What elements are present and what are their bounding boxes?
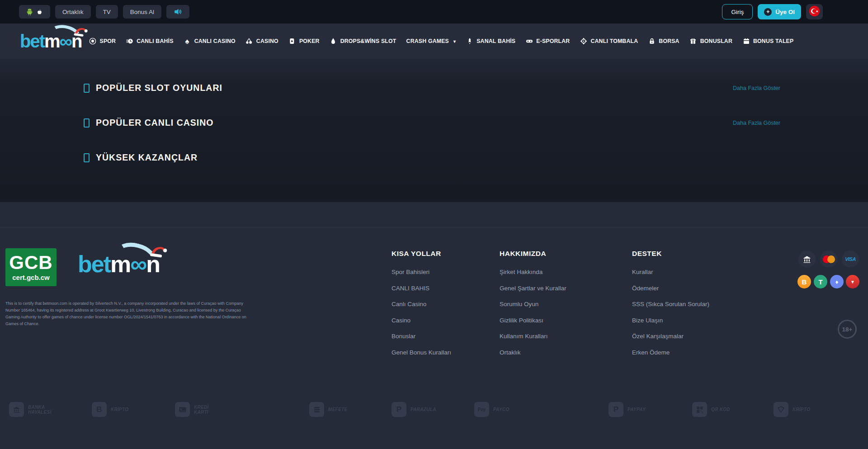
footer-column-hakkimizda: HAKKIMIZDA Şirket Hakkında Genel Şartlar… [500, 250, 566, 360]
footer-column-title: HAKKIMIZDA [500, 250, 566, 258]
topbar-right-group: Giriş + Üye Ol [722, 4, 868, 19]
footer-column-kisa-yollar: KISA YOLLAR Spor Bahisleri CANLI BAHIS C… [392, 250, 451, 360]
nav-item-canli-tombala[interactable]: CANLI TOMBALA [580, 38, 638, 45]
nav-item-drops-wins-slot[interactable]: DROPS&WİNS SLOT [330, 38, 396, 45]
footer-link-kurallar[interactable]: Kurallar [632, 264, 709, 280]
android-icon [26, 8, 33, 16]
section-title: POPÜLER SLOT OYUNLARI [96, 83, 222, 93]
payment-method-kredi-karti[interactable]: KREDİ KARTI [175, 402, 222, 417]
footer-link-genel-bonus-kurallari[interactable]: Genel Bonus Kuralları [392, 345, 451, 361]
tron-glyph: ▼ [850, 279, 855, 284]
nav-item-casino[interactable]: CASINO [245, 38, 278, 45]
payment-method-mefete[interactable]: MEFETE [309, 402, 347, 417]
nav-item-e-sporlar[interactable]: E-SPORLAR [525, 38, 570, 45]
footer: GCB cert.gcb.cw betm∞n This is to certif… [0, 202, 868, 449]
paypay-icon: P [609, 402, 623, 417]
nav-menu: SPOR CANLI BAHİS ♠ CANLI CASINO CASINO P… [89, 38, 794, 45]
nav-item-sanal-bahis[interactable]: SANAL BAHİS [466, 38, 515, 45]
poker-card-icon [288, 38, 296, 45]
main-content: POPÜLER SLOT OYUNLARI Daha Fazla Göster … [0, 59, 868, 202]
credit-card-icon [175, 402, 190, 417]
gcb-title: GCB [9, 253, 52, 272]
visa-label: VISA [845, 256, 856, 262]
footer-link-gizlilik-politikasi[interactable]: Gizlilik Politikası [500, 312, 566, 329]
soccer-icon [89, 38, 97, 45]
nav-item-canli-bahis[interactable]: CANLI BAHİS [126, 38, 173, 45]
logo-text-bet: bet [20, 31, 44, 51]
gift-icon [689, 38, 697, 45]
section-bullet-icon [84, 118, 90, 128]
footer-link-ozel-karsilasmalar[interactable]: Özel Karşılaşmalar [632, 328, 709, 345]
payment-method-banka-havalesi[interactable]: BANKA HAVALESİ [9, 402, 56, 417]
footer-link-spor-bahisleri[interactable]: Spor Bahisleri [392, 264, 451, 280]
santa-hat-icon [72, 25, 89, 38]
footer-link-genel-sartlar[interactable]: Genel Şartlar ve Kurallar [500, 280, 566, 297]
nav-item-borsa[interactable]: BORSA [648, 38, 679, 45]
topbar-link-label: Ortaklık [62, 9, 84, 15]
apple-icon [36, 8, 43, 16]
sound-button[interactable] [166, 5, 189, 19]
footer-link-odemeler[interactable]: Ödemeler [632, 280, 709, 297]
live-betting-icon [126, 38, 133, 45]
footer-column-title: KISA YOLLAR [392, 250, 451, 258]
tron-icon: ▼ [846, 275, 859, 288]
spade-icon: ♠ [184, 38, 191, 45]
topbar-link-ortaklik[interactable]: Ortaklık [55, 5, 91, 19]
payment-method-payco[interactable]: Pay PAYCO [474, 402, 509, 417]
mastercard-icon [820, 250, 837, 268]
section-bullet-icon [84, 84, 90, 93]
betmoon-logo[interactable]: betm∞n [20, 32, 82, 50]
section-popular-live-casino: POPÜLER CANLI CASINO Daha Fazla Göster [0, 105, 868, 140]
footer-link-sirket-hakkinda[interactable]: Şirket Hakkında [500, 264, 566, 280]
nav-item-crash-games[interactable]: CRASH GAMES ▾ [406, 38, 456, 44]
payment-method-qr-kod[interactable]: QR KOD [692, 402, 730, 417]
gcb-license-logo[interactable]: GCB cert.gcb.cw [5, 248, 57, 286]
section-high-wins: YÜKSEK KAZANÇLAR [0, 140, 868, 175]
calendar-icon [742, 38, 750, 45]
section-bullet-icon [84, 153, 90, 162]
topbar: Ortaklık TV Bonus Al Giriş + Üye Ol [0, 0, 868, 24]
register-button[interactable]: + Üye Ol [758, 4, 801, 19]
footer-link-sss[interactable]: SSS (Sıkca Sorulan Sorular) [632, 296, 709, 312]
language-selector[interactable] [806, 4, 823, 19]
payment-method-paypay[interactable]: P PAYPAY [609, 402, 646, 417]
ethereum-glyph: ♦ [835, 279, 839, 285]
section-title: POPÜLER CANLI CASINO [96, 118, 214, 128]
plus-icon: + [764, 8, 772, 16]
footer-link-sorumlu-oyun[interactable]: Sorumlu Oyun [500, 296, 566, 312]
topbar-link-label: Bonus Al [130, 9, 154, 15]
logo-text-bet: bet [78, 251, 110, 277]
nav-item-bonus-talep[interactable]: BONUS TALEP [742, 38, 793, 45]
mobile-apps-button[interactable] [19, 5, 50, 19]
bank-transfer-icon [798, 250, 816, 268]
footer-link-kullanim-kurallari[interactable]: Kullanım Kuralları [500, 328, 566, 345]
nav-item-bonuslar[interactable]: BONUSLAR [689, 38, 732, 45]
nav-item-poker[interactable]: POKER [288, 38, 320, 45]
payment-method-kripto[interactable]: B KRİPTO [92, 402, 128, 417]
nav-item-spor[interactable]: SPOR [89, 38, 116, 45]
show-more-link[interactable]: Daha Fazla Göster [733, 120, 780, 126]
section-popular-slots: POPÜLER SLOT OYUNLARI Daha Fazla Göster [0, 71, 868, 105]
footer-link-erken-odeme[interactable]: Erken Ödeme [632, 345, 709, 361]
login-button[interactable]: Giriş [722, 4, 753, 19]
footer-link-canli-bahis[interactable]: CANLI BAHIS [392, 280, 451, 297]
main-navigation: betm∞n SPOR CANLI BAHİS ♠ CANLI CASINO C… [0, 24, 868, 59]
footer-link-bonuslar[interactable]: Bonuslar [392, 328, 451, 345]
gcb-subtitle: cert.gcb.cw [12, 274, 50, 281]
nav-item-canli-casino[interactable]: ♠ CANLI CASINO [184, 38, 236, 45]
footer-link-bize-ulasin[interactable]: Bize Ulaşın [632, 312, 709, 329]
footer-link-casino[interactable]: Casino [392, 312, 451, 329]
payment-method-parazula[interactable]: P PARAZULA [392, 402, 436, 417]
show-more-link[interactable]: Daha Fazla Göster [733, 85, 780, 91]
footer-column-destek: DESTEK Kurallar Ödemeler SSS (Sıkca Soru… [632, 250, 709, 360]
topbar-link-tv[interactable]: TV [96, 5, 118, 19]
topbar-link-bonus-al[interactable]: Bonus Al [123, 5, 161, 19]
bank-transfer-icon [9, 402, 24, 417]
footer-link-canli-casino[interactable]: Canlı Casino [392, 296, 451, 312]
betmoon-footer-logo[interactable]: betm∞n [78, 252, 160, 276]
license-text: This is to certify that betmoon.com is o… [5, 300, 250, 327]
gamepad-icon [525, 38, 533, 45]
payment-method-kripto-tron[interactable]: KRİPTO [774, 402, 810, 417]
payco-icon: Pay [474, 402, 489, 417]
footer-link-ortaklik[interactable]: Ortaklık [500, 345, 566, 361]
